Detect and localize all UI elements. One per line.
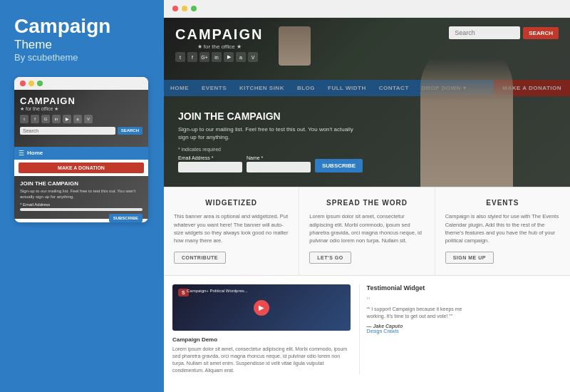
mobile-browser-bar — [14, 77, 148, 90]
right-panel: CAMPAIGN ★ for the office ★ t f G+ in ▶ … — [164, 0, 570, 392]
col-widgetized: WIDGETIZED This banner area is optional … — [164, 187, 299, 275]
desktop-for-office: ★ for the office ★ — [175, 43, 263, 50]
mobile-search-button[interactable]: SEARCH — [118, 127, 142, 135]
mobile-hero: CAMPAIGN ★ for the office ★ t f G in ▶ a… — [14, 90, 148, 147]
col2-button[interactable]: LET'S GO — [309, 252, 351, 264]
browser-dot-green — [37, 81, 43, 86]
col2-title: SPREAD THE WORD — [309, 199, 424, 207]
desktop-dot-green — [191, 6, 197, 11]
desktop-search-input[interactable] — [449, 26, 520, 39]
col3-text: Campaign is also styled for use with The… — [445, 212, 560, 244]
desktop-social-linkedin: in — [212, 52, 222, 62]
left-panel: Campaign Theme By scubetheme CAMPAIGN ★ … — [0, 0, 164, 392]
desktop-social-facebook: f — [187, 52, 197, 62]
mobile-email-label: * Email Address — [20, 202, 142, 207]
col3-title: EVENTS — [445, 199, 560, 207]
browser-dot-red — [20, 81, 26, 86]
col1-button[interactable]: CONTRIBUTE — [174, 252, 226, 264]
desktop-join-required: * indicates required — [178, 147, 363, 152]
desktop-browser-bar — [164, 0, 570, 18]
video-thumbnail[interactable]: S Campaign+ Political Wordpres... ▶ — [172, 284, 351, 331]
desktop-dot-yellow — [182, 6, 187, 11]
mobile-join-title: JOIN THE CAMPAIGN — [20, 180, 142, 187]
col2-text: Lorem ipsum dolor sit amet, consectetur … — [309, 212, 424, 244]
desktop-social-a: a — [236, 52, 246, 62]
mobile-social-icons: t f G in ▶ a V — [20, 115, 142, 123]
mobile-nav-row: ☰ Home — [14, 147, 148, 160]
theme-title: Campaign — [14, 16, 150, 38]
desktop-social-twitter: t — [175, 52, 185, 62]
mobile-preview: CAMPAIGN ★ for the office ★ t f G in ▶ a… — [14, 77, 148, 223]
desktop-name-input[interactable] — [247, 162, 311, 172]
mobile-join-section: JOIN THE CAMPAIGN Sign-up to our mailing… — [14, 176, 148, 219]
theme-author: By scubetheme — [14, 52, 150, 63]
desktop-search-area: SEARCH — [449, 26, 559, 39]
testimonial-link[interactable]: Design Crawls — [367, 329, 466, 334]
testimonial-author: — Jake Caputo — [367, 324, 466, 329]
email-label: Email Address * — [178, 155, 242, 160]
hamburger-icon[interactable]: ☰ — [19, 150, 24, 157]
mobile-email-input[interactable] — [20, 208, 142, 211]
theme-subtitle: Theme — [14, 38, 150, 52]
mobile-search-row: Search SEARCH — [20, 127, 142, 135]
col1-title: WIDGETIZED — [174, 199, 289, 207]
desktop-dot-red — [172, 6, 178, 11]
testimonial-quote-open: " — [367, 296, 466, 306]
mobile-for-office: ★ for the office ★ — [20, 106, 142, 112]
social-twitter: t — [20, 115, 28, 123]
col1-text: This banner area is optional and widgeti… — [174, 212, 289, 244]
video-text: Lorem ipsum dolor sit amet, consectetur … — [172, 346, 351, 373]
three-cols: WIDGETIZED This banner area is optional … — [164, 187, 570, 276]
bottom-testimonial: Testimonial Widget " ““ I support Campai… — [359, 284, 473, 373]
social-google: G — [41, 115, 50, 123]
desktop-join-form: Email Address * Name * SUBSCRIBE — [178, 155, 363, 172]
bottom-section: S Campaign+ Political Wordpres... ▶ Camp… — [164, 276, 570, 382]
desktop-email-input[interactable] — [178, 162, 242, 172]
name-label: Name * — [247, 155, 311, 160]
desktop-preview: CAMPAIGN ★ for the office ★ t f G+ in ▶ … — [164, 18, 570, 392]
col3-button[interactable]: SIGN ME UP — [445, 252, 494, 264]
desktop-social-vine: V — [248, 52, 258, 62]
social-podcast: a — [73, 115, 82, 123]
social-facebook: f — [31, 115, 39, 123]
mobile-donate-button[interactable]: MAKE A DONATION — [19, 163, 144, 173]
mobile-join-text: Sign-up to our mailing list. Feel free t… — [20, 189, 142, 200]
mobile-campaign-title: CAMPAIGN — [20, 96, 142, 106]
testimonial-text: ““ I support Campaign because it keeps m… — [367, 306, 466, 320]
video-title: Campaign Demo — [172, 336, 351, 343]
col-spread-word: SPREAD THE WORD Lorem ipsum dolor sit am… — [299, 187, 435, 275]
bottom-video: S Campaign+ Political Wordpres... ▶ Camp… — [164, 284, 359, 373]
video-overlay-title: Campaign+ Political Wordpres... — [187, 289, 248, 294]
desktop-join-text: Sign-up to our mailing list. Feel free t… — [178, 125, 363, 141]
desktop-social-row: t f G+ in ▶ a V — [175, 52, 263, 62]
mobile-search-placeholder[interactable]: Search — [20, 127, 115, 135]
desktop-campaign-title: CAMPAIGN — [175, 26, 263, 43]
desktop-search-button[interactable]: SEARCH — [523, 27, 559, 39]
desktop-hero: CAMPAIGN ★ for the office ★ t f G+ in ▶ … — [164, 18, 570, 187]
desktop-subscribe-button[interactable]: SUBSCRIBE — [315, 159, 363, 172]
testimonial-title: Testimonial Widget — [367, 284, 466, 292]
social-youtube: ▶ — [63, 115, 71, 123]
hero-portrait — [279, 26, 311, 66]
desktop-social-youtube: ▶ — [224, 52, 234, 62]
video-play-button[interactable]: ▶ — [254, 300, 269, 316]
mobile-home-label[interactable]: Home — [27, 150, 43, 156]
desktop-join-title: JOIN THE CAMPAIGN — [178, 110, 363, 122]
desktop-social-google: G+ — [200, 52, 209, 62]
social-vine: V — [84, 115, 93, 123]
mobile-subscribe-button[interactable]: SUBSCRIBE — [109, 214, 142, 222]
browser-dot-yellow — [28, 81, 34, 86]
social-linkedin: in — [52, 115, 61, 123]
col-events: EVENTS Campaign is also styled for use w… — [435, 187, 570, 275]
